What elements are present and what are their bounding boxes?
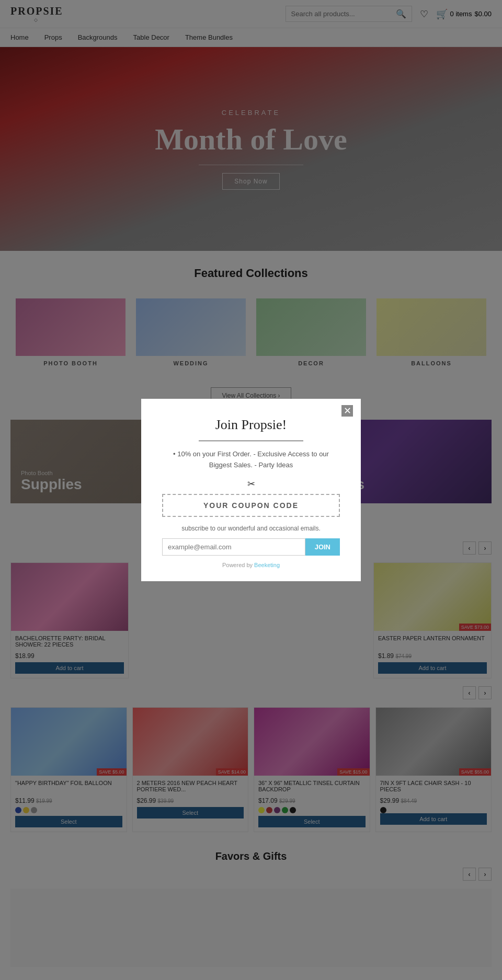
modal-overlay: ✕ Join Propsie! • 10% on your First Orde… (0, 0, 502, 972)
modal-divider (199, 441, 303, 441)
modal-close-button[interactable]: ✕ (341, 405, 353, 417)
modal-note: subscribe to our wonderful and occasiona… (162, 525, 340, 532)
email-input[interactable] (162, 538, 305, 556)
email-row: JOIN (162, 538, 340, 556)
scissors-icon: ✂ (162, 478, 340, 490)
join-modal: ✕ Join Propsie! • 10% on your First Orde… (141, 399, 361, 582)
beeketing-link[interactable]: Beeketing (254, 562, 280, 568)
join-button[interactable]: JOIN (305, 538, 340, 556)
coupon-box: YOUR COUPON CODE (162, 494, 340, 517)
powered-by: Powered by Beeketing (162, 562, 340, 568)
modal-subtitle: • 10% on your First Order. - Exclusive A… (162, 449, 340, 471)
modal-title: Join Propsie! (162, 417, 340, 433)
